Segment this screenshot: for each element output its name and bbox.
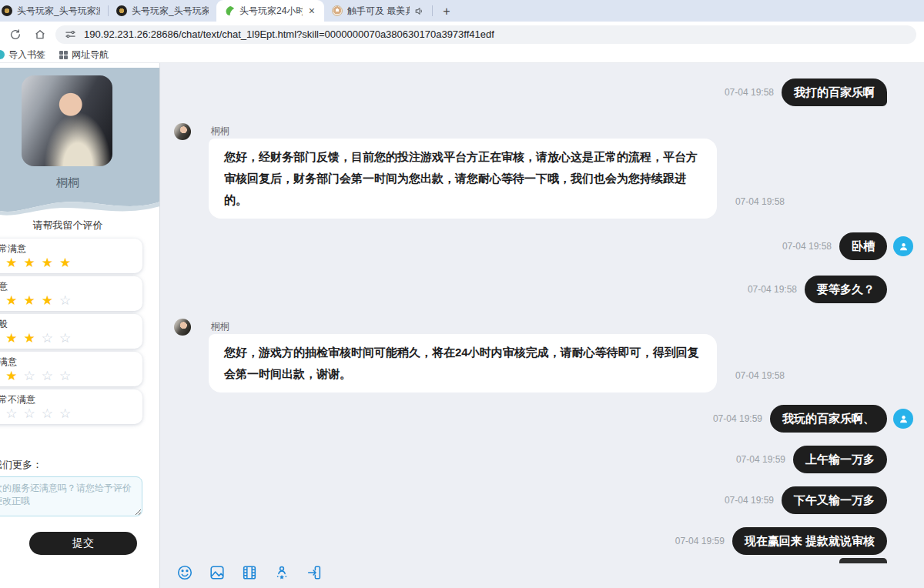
bookmark-import[interactable]: 导入书签 <box>0 48 45 62</box>
message-list[interactable]: 07-04 19:58 我打的百家乐啊 桐桐 您好，经财务部门反馈，目前您的投注… <box>160 63 924 557</box>
user-message-row: 07-04 19:59 上午输一万多 <box>160 446 924 473</box>
chat-toolbar <box>160 557 924 588</box>
feedback-textarea[interactable] <box>0 476 142 516</box>
star-row[interactable]: ★☆☆☆☆ <box>0 406 142 422</box>
star-filled-icon[interactable]: ★ <box>24 331 42 346</box>
timestamp: 07-04 19:59 <box>736 454 785 465</box>
wave-divider <box>0 194 160 217</box>
user-message-bubble: 我玩的百家乐啊、 <box>770 405 887 433</box>
rating-option[interactable]: 满意 ★★★★☆ <box>0 276 142 311</box>
agent-message-bubble: 您好，游戏方的抽检审核时间可能稍久，将在24小时内审核完成，请耐心等待即可，得到… <box>209 334 717 393</box>
star-empty-icon[interactable]: ☆ <box>5 406 23 421</box>
star-empty-icon[interactable]: ☆ <box>42 331 59 346</box>
tab-4[interactable]: 触手可及 最美真人 <box>324 0 432 22</box>
star-empty-icon[interactable]: ☆ <box>59 369 77 383</box>
home-button[interactable] <box>31 25 49 44</box>
star-empty-icon[interactable]: ☆ <box>59 331 77 346</box>
user-message-bubble: 卧槽 <box>839 232 887 260</box>
exit-icon[interactable] <box>305 563 323 582</box>
timestamp: 07-04 19:58 <box>735 365 785 386</box>
agent-message-row: 桐桐 您好，游戏方的抽检审核时间可能稍久，将在24小时内审核完成，请耐心等待即可… <box>160 319 924 393</box>
rating-option[interactable]: 非常满意 ★★★★★ <box>0 239 142 273</box>
navigation-bar: 190.92.231.26:28686/chat/text/chat_1l9Ep… <box>0 22 924 47</box>
star-filled-icon[interactable]: ★ <box>5 256 23 270</box>
star-filled-icon[interactable]: ★ <box>5 293 23 308</box>
emoji-icon[interactable] <box>176 563 194 582</box>
tab-title: 头号玩家24小时在 <box>239 5 303 18</box>
agent-avatar-small <box>174 123 191 140</box>
star-filled-icon[interactable]: ★ <box>5 331 23 346</box>
message-text: 您好，经财务部门反馈，目前您的投注游戏平台方正在审核，请放心这是正常的流程，平台… <box>224 150 698 206</box>
transfer-agent-icon[interactable] <box>273 563 291 582</box>
star-empty-icon[interactable]: ☆ <box>59 406 77 421</box>
star-empty-icon[interactable]: ☆ <box>42 369 59 383</box>
reload-button[interactable] <box>6 25 25 44</box>
agent-name-label: 桐桐 <box>211 123 924 139</box>
timestamp: 07-04 19:58 <box>735 191 785 212</box>
agent-message-row: 桐桐 您好，经财务部门反馈，目前您的投注游戏平台方正在审核，请放心这是正常的流程… <box>160 123 924 219</box>
user-message-bubble: 下午又输一万多 <box>782 486 887 514</box>
rating-option-label: 非常不满意 <box>0 393 142 406</box>
new-tab-button[interactable]: + <box>437 2 456 21</box>
user-avatar-icon <box>893 236 913 256</box>
user-message-row: 07-04 19:59 下午又输一万多 <box>160 486 924 514</box>
user-message-row: 07-04 19:59 现在赢回来 提款就说审核 <box>160 527 924 555</box>
star-row[interactable]: ★★★★☆ <box>0 293 142 309</box>
bookmark-label: 网址导航 <box>72 48 109 62</box>
timestamp: 07-04 19:59 <box>713 413 762 424</box>
tab-separator <box>432 5 433 16</box>
submit-button[interactable]: 提交 <box>29 532 137 555</box>
agent-name-label: 桐桐 <box>211 319 924 334</box>
tab-title: 触手可及 最美真人 <box>347 5 410 18</box>
url-bar[interactable]: 190.92.231.26:28686/chat/text/chat_1l9Ep… <box>55 25 916 44</box>
image-icon[interactable] <box>208 563 226 582</box>
message-text: 您好，游戏方的抽检审核时间可能稍久，将在24小时内审核完成，请耐心等待即可，得到… <box>224 346 699 380</box>
tab-favicon <box>332 5 343 16</box>
tab-3-active[interactable]: 头号玩家24小时在 × <box>216 0 324 22</box>
star-filled-icon[interactable]: ★ <box>59 256 77 270</box>
rating-option-label: 非常满意 <box>0 242 142 256</box>
agent-message-bubble: 您好，经财务部门反馈，目前您的投注游戏平台方正在审核，请放心这是正常的流程，平台… <box>209 139 717 219</box>
star-empty-icon[interactable]: ☆ <box>24 369 42 383</box>
rating-option[interactable]: 不满意 ★★☆☆☆ <box>0 352 142 386</box>
star-row[interactable]: ★★★★★ <box>0 256 142 271</box>
star-row[interactable]: ★★★☆☆ <box>0 331 142 346</box>
bookmark-nav-site[interactable]: 网址导航 <box>59 48 109 62</box>
video-icon[interactable] <box>240 563 259 582</box>
url-text: 190.92.231.26:28686/chat/text/chat_1l9Ep… <box>84 28 494 40</box>
user-message-row: 07-04 19:58 要等多久？ <box>160 276 924 303</box>
star-filled-icon[interactable]: ★ <box>42 293 59 308</box>
star-filled-icon[interactable]: ★ <box>24 293 42 308</box>
rating-cards: 非常满意 ★★★★★ 满意 ★★★★☆ 一般 ★★★☆☆ 不满意 ★★☆☆☆ 非… <box>0 239 142 424</box>
timestamp: 07-04 19:59 <box>725 495 774 506</box>
tab-2[interactable]: 头号玩家_头号玩家游 <box>109 0 216 22</box>
agent-avatar <box>22 75 112 166</box>
user-message-row: 07-04 19:58 我打的百家乐啊 <box>160 79 924 106</box>
user-message-row: 07-04 19:59 我玩的百家乐啊、 <box>160 405 924 433</box>
rating-option[interactable]: 一般 ★★★☆☆ <box>0 314 142 349</box>
star-filled-icon[interactable]: ★ <box>24 256 42 270</box>
star-empty-icon[interactable]: ☆ <box>59 293 77 308</box>
rating-option-label: 一般 <box>0 318 142 331</box>
star-filled-icon[interactable]: ★ <box>42 256 59 270</box>
rating-title: 请帮我留个评价 <box>0 219 136 232</box>
star-row[interactable]: ★★☆☆☆ <box>0 369 142 384</box>
star-empty-icon[interactable]: ☆ <box>42 406 59 421</box>
tab-1[interactable]: 头号玩家_头号玩家游 <box>0 0 108 22</box>
rating-option-label: 满意 <box>0 280 142 293</box>
rating-option[interactable]: 非常不满意 ★☆☆☆☆ <box>0 389 142 424</box>
rating-sidebar: 桐桐 请帮我留个评价 非常满意 ★★★★★ 满意 ★★★★☆ 一般 ★★★☆☆ … <box>0 63 160 588</box>
grid-icon <box>59 51 68 59</box>
site-settings-icon[interactable] <box>65 28 76 40</box>
tab-close-icon[interactable]: × <box>307 5 316 17</box>
rating-option-label: 不满意 <box>0 356 142 369</box>
agent-profile: 桐桐 <box>0 68 159 194</box>
user-avatar-icon <box>893 409 913 429</box>
tab-audio-icon[interactable] <box>414 6 424 16</box>
agent-avatar-small <box>174 319 191 336</box>
tab-title: 头号玩家_头号玩家游 <box>132 5 209 18</box>
tab-favicon <box>116 5 127 16</box>
star-empty-icon[interactable]: ☆ <box>24 406 42 421</box>
timestamp: 07-04 19:58 <box>748 284 797 295</box>
star-filled-icon[interactable]: ★ <box>5 369 23 383</box>
